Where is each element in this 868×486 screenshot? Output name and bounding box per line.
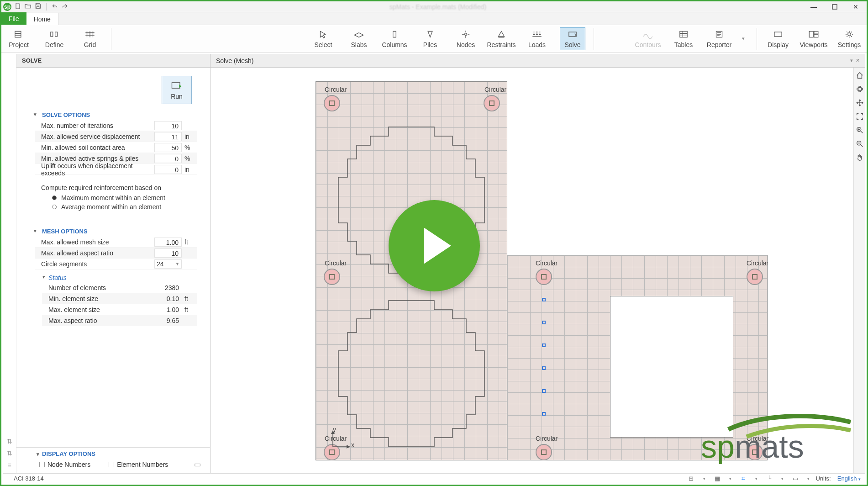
- ribbon-define[interactable]: Define: [42, 27, 67, 50]
- ribbon-grid[interactable]: Grid: [77, 27, 103, 50]
- tab-home[interactable]: Home: [26, 13, 58, 25]
- svg-rect-6: [809, 31, 813, 37]
- max-mesh-input[interactable]: 1.00: [154, 238, 182, 247]
- zoom-out-icon[interactable]: [856, 140, 864, 148]
- ribbon: Project Define Grid Select Slabs Columns…: [1, 25, 867, 53]
- ribbon-select[interactable]: Select: [310, 27, 336, 50]
- units-select[interactable]: English ▾: [837, 475, 861, 482]
- ribbon-viewports[interactable]: Viewports: [801, 27, 826, 50]
- run-button[interactable]: Run: [162, 76, 192, 104]
- ribbon-reporter[interactable]: Reporter: [706, 27, 732, 50]
- panel-title: SOLVE: [16, 54, 210, 68]
- column-marker[interactable]: [536, 444, 552, 460]
- panel-toggle-3-icon[interactable]: ≡: [7, 461, 11, 469]
- status-max-aspect: Max. aspect ratio9.65: [42, 315, 197, 326]
- element-numbers-checkbox[interactable]: Element Numbers: [109, 461, 168, 468]
- minimize-button[interactable]: —: [807, 2, 820, 11]
- panel-toggle-1-icon[interactable]: ⇅: [7, 438, 12, 445]
- min-soil-input[interactable]: 50: [154, 143, 182, 152]
- selection-mode-icon[interactable]: ▭: [790, 475, 801, 483]
- status-header[interactable]: Status: [16, 269, 210, 282]
- maximize-button[interactable]: [828, 2, 841, 11]
- max-disp-input[interactable]: 11: [154, 132, 182, 141]
- fit-view-icon[interactable]: [856, 112, 864, 121]
- pan-arrows-icon[interactable]: [856, 99, 864, 107]
- ortho-icon[interactable]: └: [764, 475, 775, 483]
- tab-file[interactable]: File: [1, 12, 26, 25]
- new-icon[interactable]: [14, 2, 21, 11]
- play-button[interactable]: [389, 200, 480, 291]
- ribbon-project[interactable]: Project: [6, 27, 32, 50]
- radio-avg-moment[interactable]: Average moment within an element: [16, 202, 210, 211]
- column-marker[interactable]: [484, 95, 500, 111]
- opt-max-iterations: Max. number of iterations10: [35, 120, 197, 131]
- grid-small-icon[interactable]: ⊞: [686, 475, 697, 483]
- orbit-icon[interactable]: [856, 85, 864, 93]
- solve-options-header[interactable]: SOLVE OPTIONS: [16, 107, 210, 120]
- close-button[interactable]: ✕: [849, 2, 862, 11]
- radio-max-moment[interactable]: Maximum moment within an element: [16, 193, 210, 202]
- status-min-element: Min. element size0.10ft: [42, 293, 197, 304]
- statusbar: ACI 318-14 ⊞▾ ▦▾ ⌗▾ └▾ ▭▾ Units: English…: [3, 473, 865, 483]
- ribbon-nodes[interactable]: Nodes: [453, 27, 479, 50]
- opt-max-mesh: Max. allowed mesh size1.00ft: [35, 237, 197, 248]
- hand-pan-icon[interactable]: [856, 153, 864, 162]
- undo-icon[interactable]: [51, 2, 58, 11]
- column-marker[interactable]: [324, 95, 340, 111]
- panel-collapse-gutter: ⇅ ⇅ ≡: [3, 54, 16, 473]
- max-aspect-input[interactable]: 10: [154, 248, 182, 258]
- opt-max-aspect: Max. allowed aspect ratio10: [35, 248, 197, 259]
- node-numbers-checkbox[interactable]: Node Numbers: [39, 461, 90, 468]
- canvas-close-icon[interactable]: ✕: [856, 58, 860, 63]
- zoom-in-icon[interactable]: [856, 126, 864, 134]
- grid-large-icon[interactable]: ▦: [712, 475, 723, 483]
- ribbon-solve[interactable]: Solve: [560, 27, 585, 50]
- ribbon-columns[interactable]: Columns: [382, 27, 407, 50]
- ribbon-loads[interactable]: Loads: [524, 27, 550, 50]
- status-n-elements: Number of elements2380: [42, 282, 197, 293]
- ribbon-slabs[interactable]: Slabs: [346, 27, 372, 50]
- app-logo: spmats: [692, 414, 856, 464]
- svg-rect-3: [680, 31, 687, 37]
- window-title: spMats - Example.mats (Modified): [68, 3, 807, 11]
- min-springs-input[interactable]: 0: [154, 154, 182, 163]
- svg-marker-12: [338, 301, 484, 447]
- uplift-input[interactable]: 0: [154, 165, 182, 174]
- opt-min-soil: Min. allowed soil contact area50%: [35, 142, 197, 153]
- canvas-pin-icon[interactable]: ▾: [850, 58, 853, 63]
- circular-opening-bottom: [334, 296, 489, 451]
- redo-icon[interactable]: [61, 2, 68, 11]
- max-iter-input[interactable]: 10: [154, 121, 182, 130]
- ribbon-display[interactable]: Display: [765, 27, 791, 50]
- svg-rect-7: [814, 31, 818, 34]
- open-icon[interactable]: [24, 2, 32, 11]
- svg-rect-0: [832, 5, 837, 9]
- display-options-header[interactable]: DISPLAY OPTIONS: [37, 450, 201, 457]
- opt-circle-segments: Circle segments24▼: [35, 259, 197, 269]
- save-icon[interactable]: [34, 2, 42, 11]
- svg-rect-10: [172, 83, 180, 88]
- ribbon-contours[interactable]: Contours: [635, 27, 661, 50]
- ribbon-restraints[interactable]: Restraints: [489, 27, 514, 50]
- mesh-options-header[interactable]: MESH OPTIONS: [16, 223, 210, 237]
- home-view-icon[interactable]: [856, 71, 864, 79]
- panel-toggle-2-icon[interactable]: ⇅: [7, 449, 12, 457]
- compute-note: Compute required reinforcement based on: [16, 175, 210, 193]
- column-marker[interactable]: [747, 269, 763, 285]
- circle-seg-select[interactable]: 24▼: [154, 259, 182, 269]
- model-canvas[interactable]: Circular Circular Circular Circular Circ…: [210, 68, 865, 473]
- ribbon-settings[interactable]: Settings: [836, 27, 862, 50]
- titlebar: sp spMats - Example.mats (Modified) — ✕: [1, 1, 867, 12]
- units-label: Units:: [816, 475, 831, 482]
- design-code: ACI 318-14: [7, 475, 44, 482]
- snap-toggle-icon[interactable]: ⌗: [738, 475, 749, 483]
- ribbon-tables[interactable]: Tables: [671, 27, 696, 50]
- app-icon: sp: [3, 3, 11, 11]
- display-options-expand-icon[interactable]: ▭: [194, 460, 201, 469]
- column-marker[interactable]: [324, 269, 340, 285]
- column-marker[interactable]: [536, 269, 552, 285]
- reporter-dropdown-icon[interactable]: ▾: [742, 36, 748, 42]
- svg-rect-5: [774, 32, 782, 37]
- ribbon-piles[interactable]: Piles: [417, 27, 443, 50]
- svg-rect-8: [814, 34, 818, 37]
